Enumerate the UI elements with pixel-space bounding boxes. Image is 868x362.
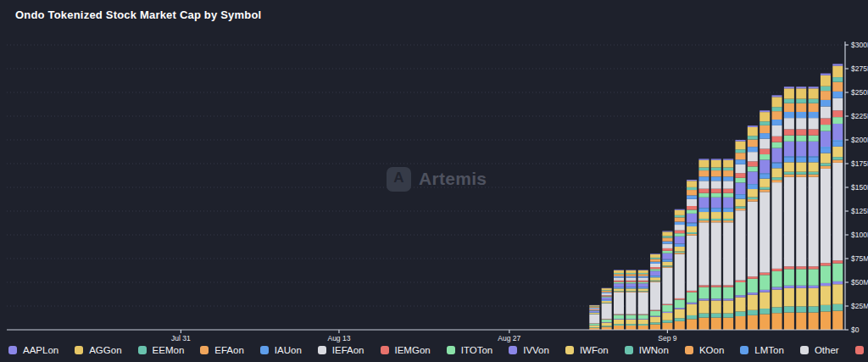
legend-item-IWFon[interactable]: IWFon: [565, 345, 609, 355]
bar-segment-IWFon: [821, 153, 831, 164]
bar-segment-PFEon: [650, 310, 660, 311]
bar-sep-11[interactable]: [687, 180, 697, 330]
bar-sep-19[interactable]: [784, 86, 794, 330]
bar-segment-IWFon: [772, 168, 782, 177]
bar-segment-IEFAon: [687, 199, 697, 206]
legend-item-IEFAon[interactable]: IEFAon: [318, 345, 364, 355]
bar-segment-TSLAon: [796, 157, 806, 162]
bar-sep-21[interactable]: [809, 86, 819, 330]
bar-segment-IEFAon: [638, 278, 648, 281]
bar-sep-13[interactable]: [711, 159, 721, 330]
bar-segment-QQQon: [614, 315, 624, 319]
legend-item-IWNon[interactable]: IWNon: [625, 345, 669, 355]
bar-segment-IVVon: [711, 198, 721, 208]
bar-segment-IWNon: [698, 219, 709, 220]
bar-segment-IEMGon: [784, 129, 794, 135]
bar-segment-PFEon: [832, 260, 843, 263]
legend-item-EEMon[interactable]: EEMon: [138, 345, 185, 355]
bar-segment-IWNon: [760, 187, 770, 190]
bar-segment-TIPon: [809, 306, 819, 312]
y-axis-label: $275M: [851, 64, 868, 73]
bar-segment-TSLAon: [626, 287, 636, 289]
bar-sep-17[interactable]: [760, 110, 770, 330]
bar-segment-EEMon: [772, 107, 782, 111]
bar-segment-IEFAon: [662, 243, 672, 248]
bar-segment-TIPon: [626, 324, 636, 326]
bar-segment-Other: [711, 222, 721, 285]
bar-segment-ITOTon: [687, 209, 697, 213]
legend-swatch-icon: [800, 346, 809, 354]
bar-segment-KOon: [796, 175, 806, 177]
bar-sep-22[interactable]: [821, 74, 831, 330]
bar-sep-9[interactable]: [662, 231, 672, 330]
bar-segment-LMTon: [784, 156, 794, 157]
bar-segment-AAPLon: [711, 159, 721, 159]
bar-segment-KOon: [662, 267, 672, 268]
bar-segment-IAUon: [650, 262, 660, 264]
bar-segment-IWNon: [821, 163, 831, 165]
legend-item-ITOTon[interactable]: ITOTon: [447, 345, 493, 355]
bar-sep-12[interactable]: [698, 159, 709, 330]
bar-segment-EFAon: [723, 170, 733, 176]
bar-sep-7[interactable]: [638, 270, 648, 330]
bar-segment-QQQon: [784, 269, 794, 285]
legend-item-EFAon[interactable]: EFAon: [200, 345, 244, 355]
bar-sep-14[interactable]: [723, 159, 733, 330]
bar-segment-IEFAon: [821, 106, 831, 118]
bar-segment-IWNon: [711, 219, 721, 220]
bar-segment-AAPLon: [662, 231, 672, 232]
bar-segment-Other: [748, 202, 758, 277]
bar-segment-EFAon: [784, 103, 794, 112]
bar-segment-AAPLon: [796, 86, 806, 88]
bar-sep-4[interactable]: [602, 288, 612, 330]
bar-segment-IEFAon: [736, 164, 746, 173]
x-axis-label: Aug 27: [498, 334, 520, 343]
bar-segment-ITOTon: [602, 297, 612, 298]
bar-segment-IAUon: [602, 292, 612, 293]
bar-segment-QQQon: [698, 287, 709, 299]
bar-segment-SPYon: [736, 298, 746, 312]
bar-segment-ITOTon: [760, 154, 770, 159]
legend-item-IAUon[interactable]: IAUon: [260, 345, 302, 355]
bar-segment-Other: [832, 163, 843, 260]
bar-segment-Other: [638, 292, 648, 315]
bar-segment-TLTon: [736, 316, 746, 330]
bar-segment-AAPLon: [638, 270, 648, 270]
legend-item-LMTon[interactable]: LMTon: [740, 345, 784, 355]
bar-segment-AGGon: [760, 112, 770, 121]
legend-item-PFEon[interactable]: PFEon: [855, 345, 868, 355]
legend-item-AAPLon[interactable]: AAPLon: [8, 345, 58, 355]
legend-item-IEMGon[interactable]: IEMGon: [381, 345, 431, 355]
legend-label: LMTon: [754, 345, 784, 355]
bar-segment-SLVon: [602, 322, 612, 323]
bar-sep-3[interactable]: [589, 305, 599, 330]
legend-item-IVVon[interactable]: IVVon: [509, 345, 549, 355]
bar-segment-IEMGon: [748, 161, 758, 166]
bar-segment-ITOTon: [589, 310, 599, 311]
legend-swatch-icon: [381, 346, 389, 354]
bar-sep-5[interactable]: [614, 270, 624, 330]
bar-sep-10[interactable]: [675, 209, 685, 330]
bar-segment-SPYon: [602, 323, 612, 326]
bar-segment-IEMGon: [687, 206, 697, 209]
legend-item-KOon[interactable]: KOon: [685, 345, 724, 355]
bar-segment-AGGon: [698, 160, 709, 168]
bar-segment-TSLAon: [809, 157, 819, 162]
bar-segment-TIPon: [748, 310, 758, 315]
bar-sep-23[interactable]: [832, 64, 843, 330]
bar-sep-20[interactable]: [796, 86, 806, 330]
x-axis-label: Jul 31: [171, 334, 191, 343]
bar-sep-15[interactable]: [736, 140, 746, 330]
bar-sep-6[interactable]: [626, 270, 636, 330]
legend-item-Other[interactable]: Other: [800, 345, 839, 355]
bar-sep-8[interactable]: [650, 253, 660, 330]
bar-segment-EFAon: [638, 274, 648, 276]
bar-segment-IVVon: [832, 124, 843, 140]
bar-segment-IAUon: [662, 242, 672, 244]
bar-segment-IEFAon: [698, 181, 709, 188]
bar-sep-18[interactable]: [772, 95, 782, 330]
bar-segment-TSLAon: [748, 185, 758, 189]
bar-sep-16[interactable]: [748, 125, 758, 330]
legend-item-AGGon[interactable]: AGGon: [75, 345, 121, 355]
bar-segment-TIPon: [638, 324, 648, 326]
